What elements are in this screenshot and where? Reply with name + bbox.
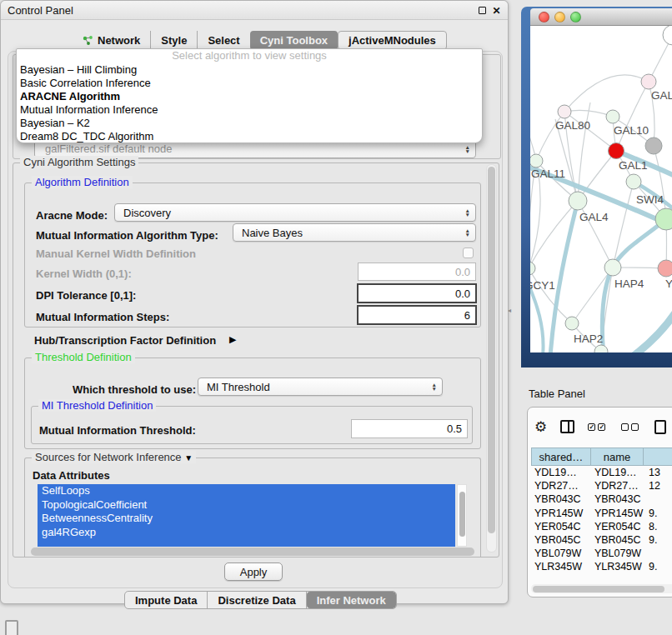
- table-cell: 12: [644, 480, 672, 492]
- mac-close-icon[interactable]: [539, 12, 549, 22]
- tab-cyni-toolbox[interactable]: Cyni Toolbox: [250, 31, 338, 50]
- data-attribute-item[interactable]: SelfLoops: [38, 484, 455, 498]
- expand-right-icon[interactable]: ▶: [229, 334, 236, 345]
- network-node-gal10[interactable]: [606, 110, 619, 123]
- tab-impute-data[interactable]: Impute Data: [125, 592, 208, 608]
- mi-threshold-field[interactable]: 0.5: [351, 419, 468, 438]
- column-header[interactable]: name: [591, 448, 644, 466]
- data-attributes-label: Data Attributes: [33, 469, 110, 482]
- network-node-gal80[interactable]: [558, 105, 571, 118]
- mi-steps-field[interactable]: 6: [357, 305, 477, 325]
- network-edge-thick[interactable]: [579, 308, 672, 352]
- tab-jactivemnodules[interactable]: jActiveMNodules: [338, 31, 447, 50]
- node-table[interactable]: shared…nameYDL19…YDL19…13YDR27…YDR27…12Y…: [531, 448, 672, 574]
- tab-style[interactable]: Style: [151, 31, 198, 50]
- settings-vscroll-thumb[interactable]: [488, 167, 495, 533]
- algorithm-popup-item[interactable]: Bayesian – Hill Climbing: [17, 63, 482, 77]
- minimized-panel-icon[interactable]: [5, 620, 18, 635]
- network-canvas[interactable]: GALGAL80GAL10GAL1GAL11SWI4GAL4GCY1HAP4YH…: [530, 26, 672, 352]
- table-row[interactable]: YER054CYER054C8.: [531, 520, 672, 533]
- tab-network[interactable]: Network: [73, 31, 151, 50]
- network-edge[interactable]: [572, 268, 613, 323]
- table-row[interactable]: YIL052CYIL052C9: [531, 574, 672, 575]
- network-node-label: GAL10: [614, 124, 649, 137]
- select-all-checkboxes-icon[interactable]: ✓✓: [588, 423, 608, 431]
- which-threshold-combo[interactable]: MI Threshold ▲▼: [198, 378, 443, 396]
- manual-kernel-width-checkbox[interactable]: [463, 248, 474, 258]
- desktop: Control Panel ✕ Network Style Se: [0, 0, 672, 635]
- gear-icon[interactable]: ⚙: [534, 418, 547, 436]
- network-node-y[interactable]: [658, 260, 672, 277]
- table-cell: YDL19…: [531, 467, 591, 478]
- mi-algorithm-type-combo[interactable]: Naive Bayes ▲▼: [233, 223, 476, 242]
- document-icon[interactable]: [654, 420, 666, 434]
- table-hscroll-track[interactable]: [531, 584, 672, 593]
- algorithm-popup-item[interactable]: Basic Correlation Inference: [17, 77, 482, 90]
- table-cell: YDL19…: [591, 467, 644, 478]
- data-attributes-scrollbar[interactable]: [457, 484, 467, 547]
- network-view-window[interactable]: GALGAL80GAL10GAL1GAL11SWI4GAL4GCY1HAP4YH…: [521, 7, 672, 368]
- algorithm-popup-item[interactable]: Bayesian – K2: [17, 117, 482, 130]
- table-row[interactable]: YBL079WYBL079W: [531, 547, 672, 560]
- table-row[interactable]: YDR27…YDR27…12: [531, 479, 672, 492]
- network-edge[interactable]: [530, 126, 540, 268]
- algorithm-popup-item[interactable]: Dream8 DC_TDC Algorithm: [17, 130, 482, 143]
- control-panel-title: Control Panel: [8, 4, 73, 17]
- network-window-titlebar[interactable]: [530, 8, 672, 26]
- algorithm-popup-item[interactable]: Mutual Information Inference: [17, 103, 482, 117]
- table-row[interactable]: YLR345WYLR345W9.: [531, 560, 672, 573]
- network-node[interactable]: [626, 174, 641, 189]
- algorithm-popup-item[interactable]: ARACNE Algorithm: [17, 90, 482, 103]
- network-node-gal[interactable]: [641, 74, 656, 89]
- table-row[interactable]: YPR145WYPR145W9.: [531, 507, 672, 520]
- network-node-label: GAL: [651, 89, 672, 102]
- column-header[interactable]: [644, 448, 672, 466]
- table-row[interactable]: YDL19…YDL19…13: [531, 466, 672, 479]
- tab-discretize-data[interactable]: Discretize Data: [208, 592, 306, 608]
- network-graph[interactable]: GALGAL80GAL10GAL1GAL11SWI4GAL4GCY1HAP4YH…: [530, 26, 672, 352]
- table-row[interactable]: YBR045CYBR045C9.: [531, 533, 672, 547]
- table-hscroll-thumb[interactable]: [533, 586, 664, 592]
- network-node[interactable]: [663, 26, 672, 45]
- mac-zoom-icon[interactable]: [570, 12, 581, 22]
- table-cell: YPR145W: [531, 508, 591, 519]
- dpi-tolerance-field[interactable]: 0.0: [357, 283, 477, 303]
- network-node-gcy1[interactable]: [530, 262, 535, 275]
- column-header[interactable]: shared…: [531, 448, 591, 466]
- network-node-gal4[interactable]: [569, 192, 587, 210]
- mac-minimize-icon[interactable]: [554, 12, 565, 22]
- tab-network-label: Network: [98, 34, 140, 47]
- float-window-icon[interactable]: [479, 7, 486, 14]
- network-node-gal11[interactable]: [530, 154, 543, 168]
- table-cell: 13: [644, 467, 672, 478]
- table-cell: YLR345W: [531, 561, 591, 572]
- settings-hscroll-thumb[interactable]: [31, 548, 474, 556]
- data-attribute-item[interactable]: TopologicalCoefficient: [38, 498, 455, 512]
- split-pane-collapse-icon[interactable]: ◂: [508, 307, 511, 314]
- sources-group-title: Sources for Network Inference ▼: [32, 451, 196, 463]
- network-edge[interactable]: [616, 82, 649, 151]
- network-node[interactable]: [645, 138, 662, 154]
- apply-button[interactable]: Apply: [224, 562, 283, 581]
- data-attribute-item[interactable]: BetweennessCentrality: [38, 512, 455, 526]
- close-icon[interactable]: ✕: [491, 5, 502, 16]
- network-edge[interactable]: [530, 268, 572, 323]
- deselect-all-checkboxes-icon[interactable]: [621, 423, 641, 431]
- network-node-hap2[interactable]: [565, 317, 579, 330]
- network-node-hap4[interactable]: [604, 259, 621, 276]
- table-row[interactable]: YBR043CYBR043C: [531, 492, 672, 506]
- aracne-mode-combo[interactable]: Discovery ▲▼: [114, 203, 476, 222]
- kernel-width-field[interactable]: 0.0: [358, 262, 476, 281]
- scrollbar-thumb[interactable]: [459, 492, 465, 537]
- data-attribute-item[interactable]: gal4RGexp: [38, 526, 455, 540]
- data-attributes-list[interactable]: SelfLoopsTopologicalCoefficientBetweenne…: [38, 484, 455, 547]
- control-panel-titlebar[interactable]: Control Panel ✕: [1, 1, 508, 20]
- network-node[interactable]: [594, 345, 608, 352]
- tab-select[interactable]: Select: [198, 31, 249, 50]
- data-table-combo-value: galFiltered.sif default node: [45, 142, 172, 155]
- tab-infer-network[interactable]: Infer Network: [307, 592, 396, 608]
- network-node-label: Y: [665, 278, 672, 290]
- split-columns-icon[interactable]: [560, 420, 574, 433]
- network-node-gal1[interactable]: [609, 143, 624, 159]
- collapse-down-icon[interactable]: ▼: [184, 453, 193, 462]
